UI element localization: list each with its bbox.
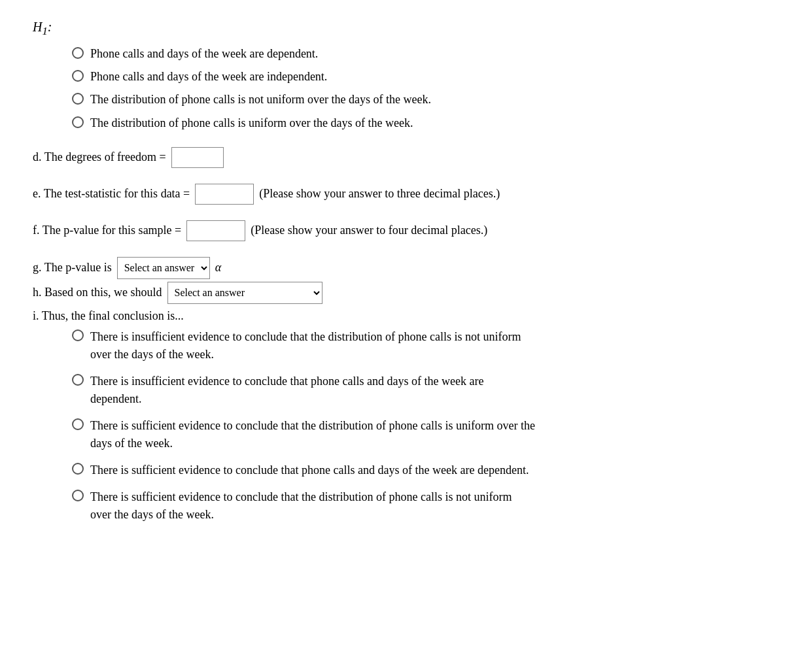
radio-item-3[interactable]: The distribution of phone calls is unifo… [72,115,752,131]
radio-circle-2[interactable] [72,93,84,105]
radio-label-1: Phone calls and days of the week are ind… [90,69,327,85]
conclusion-text-1: There is insufficient evidence to conclu… [90,373,535,408]
part-e-section: e. The test-statistic for this data = (P… [33,184,752,205]
alpha-symbol: α [215,261,221,275]
part-d-section: d. The degrees of freedom = [33,147,752,168]
part-e-line: e. The test-statistic for this data = (P… [33,184,752,205]
conclusion-circle-4[interactable] [72,490,84,501]
conclusion-circle-1[interactable] [72,374,84,386]
part-i-label: i. Thus, the final conclusion is... [33,309,184,323]
radio-circle-0[interactable] [72,47,84,59]
h1-label: H1: [33,20,752,38]
conclusion-circle-3[interactable] [72,463,84,475]
conclusion-circle-2[interactable] [72,418,84,430]
should-select[interactable]: Select an answer reject the null hypothe… [167,282,323,304]
radio-label-0: Phone calls and days of the week are dep… [90,46,318,62]
conclusion-item-1[interactable]: There is insufficient evidence to conclu… [72,373,752,408]
conclusion-item-0[interactable]: There is insufficient evidence to conclu… [72,328,752,363]
h1-text: H1: [33,20,52,34]
conclusion-group: There is insufficient evidence to conclu… [72,328,752,524]
part-h-section: h. Based on this, we should Select an an… [33,282,752,304]
conclusion-item-2[interactable]: There is sufficient evidence to conclude… [72,417,752,452]
part-g-label: g. The p-value is [33,261,112,275]
part-f-label: f. The p-value for this sample = [33,224,181,237]
part-d-line: d. The degrees of freedom = [33,147,752,168]
radio-item-0[interactable]: Phone calls and days of the week are dep… [72,46,752,62]
radio-item-1[interactable]: Phone calls and days of the week are ind… [72,69,752,85]
radio-circle-3[interactable] [72,116,84,128]
part-e-hint: (Please show your answer to three decima… [259,187,500,201]
part-e-label: e. The test-statistic for this data = [33,187,190,201]
test-statistic-input[interactable] [195,184,254,205]
p-value-input[interactable] [186,220,245,241]
part-h-line: h. Based on this, we should Select an an… [33,282,752,304]
part-i-line: i. Thus, the final conclusion is... [33,309,752,323]
radio-label-2: The distribution of phone calls is not u… [90,92,431,108]
radio-item-2[interactable]: The distribution of phone calls is not u… [72,92,752,108]
conclusion-text-0: There is insufficient evidence to conclu… [90,328,535,363]
part-h-label: h. Based on this, we should [33,286,162,299]
radio-circle-1[interactable] [72,70,84,82]
degrees-of-freedom-input[interactable] [171,147,224,168]
h1-radio-group: Phone calls and days of the week are dep… [72,46,752,131]
part-g-section: g. The p-value is Select an answer less … [33,257,752,279]
h1-section: H1: Phone calls and days of the week are… [33,20,752,131]
conclusion-item-3[interactable]: There is sufficient evidence to conclude… [72,462,752,479]
conclusion-item-4[interactable]: There is sufficient evidence to conclude… [72,488,752,524]
part-g-line: g. The p-value is Select an answer less … [33,257,752,279]
conclusion-text-2: There is sufficient evidence to conclude… [90,417,535,452]
conclusion-text-3: There is sufficient evidence to conclude… [90,462,529,479]
part-d-label: d. The degrees of freedom = [33,150,166,164]
part-i-section: i. Thus, the final conclusion is... Ther… [33,309,752,524]
part-f-line: f. The p-value for this sample = (Please… [33,220,752,241]
part-f-section: f. The p-value for this sample = (Please… [33,220,752,241]
conclusion-circle-0[interactable] [72,329,84,341]
conclusion-text-4: There is sufficient evidence to conclude… [90,488,535,524]
radio-label-3: The distribution of phone calls is unifo… [90,115,413,131]
part-f-hint: (Please show your answer to four decimal… [251,224,487,237]
p-value-comparison-select[interactable]: Select an answer less than greater than … [117,257,210,279]
